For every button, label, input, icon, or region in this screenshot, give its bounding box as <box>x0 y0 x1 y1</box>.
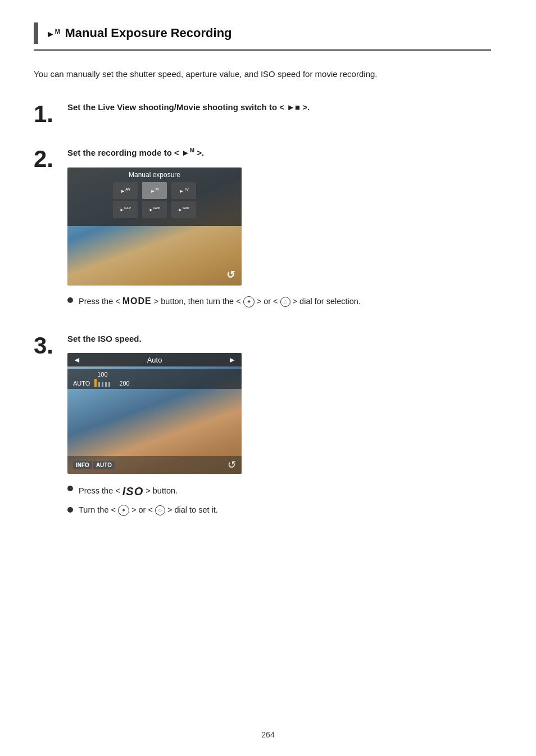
step-3-bullets: Press the < ISO > button. Turn the < ❖ >… <box>67 483 242 517</box>
mode-overlay: Manual exposure ►Av ►M <box>67 168 242 226</box>
iso-200-label: 200 <box>119 380 129 387</box>
movie-manual-mode-icon: ►M <box>46 29 62 39</box>
iso-selection-screen: ◄ Auto ► AUTO 100 <box>67 353 242 474</box>
step-1-content: Set the Live View shooting/Movie shootin… <box>67 101 491 122</box>
step-3-bullet-1: Press the < ISO > button. <box>67 483 242 500</box>
step-3-bullet-1-text: Press the < ISO > button. <box>79 483 178 500</box>
page: ►M Manual Exposure Recording You can man… <box>0 0 536 756</box>
page-title: ►M Manual Exposure Recording <box>46 26 232 40</box>
auto-badge: AUTO <box>93 461 115 469</box>
step-2-bullets: Press the < MODE > button, then turn the… <box>67 295 361 308</box>
iso-100-label: 100 <box>97 371 107 378</box>
bullet-dot <box>67 297 73 303</box>
header-accent-bar <box>34 22 38 44</box>
step-2-label: Set the recording mode to < ►M >. <box>67 146 361 160</box>
movie-switch-icon: ►■ <box>287 102 300 112</box>
mode-overlay-title: Manual exposure <box>73 171 236 179</box>
step-1: 1. Set the Live View shooting/Movie shoo… <box>34 101 491 126</box>
iso-screen-title: Auto <box>147 356 162 364</box>
or-text: or <box>264 297 271 306</box>
iso-scale-bar: AUTO 100 20 <box>67 369 242 389</box>
mode-g2p-icon: ►G2P <box>142 201 167 218</box>
iso-tick-1 <box>98 382 100 387</box>
page-header: ►M Manual Exposure Recording <box>34 22 491 51</box>
step-2-number: 2. <box>34 146 67 171</box>
step-2-content: Set the recording mode to < ►M >. Manual… <box>67 146 361 313</box>
main-dial-icon: ❖ <box>243 296 255 307</box>
back-arrow-icon: ↺ <box>226 269 235 281</box>
movie-m-icon: ►M <box>181 148 194 157</box>
step-3-bullet-2-text: Turn the < ❖ > or < ◌ > dial to set it. <box>79 504 218 517</box>
step-3: 3. Set the ISO speed. ◄ Auto ► AUTO <box>34 333 491 521</box>
mode-g1p-icon: ►G1P <box>113 201 138 218</box>
iso-right-arrow: ► <box>228 355 236 364</box>
iso-button-label: ISO <box>122 485 143 497</box>
mode-selection-screen: Manual exposure ►Av ►M <box>67 168 242 286</box>
step-1-label: Set the Live View shooting/Movie shootin… <box>67 101 491 114</box>
iso-left-arrow: ◄ <box>73 355 81 364</box>
iso-screen-back-arrow: ↺ <box>228 459 236 471</box>
page-number: 264 <box>0 730 536 739</box>
step-2-bullet-1: Press the < MODE > button, then turn the… <box>67 295 361 308</box>
iso-bottom-bar: INFO AUTO ↺ <box>67 456 242 474</box>
iso-tick-3 <box>105 382 107 387</box>
step-3-number: 3. <box>34 333 67 357</box>
bullet-dot <box>67 507 73 513</box>
step-2-bullet-1-text: Press the < MODE > button, then turn the… <box>79 295 361 308</box>
step-3-label: Set the ISO speed. <box>67 333 242 346</box>
iso-tick-2 <box>102 382 103 387</box>
mode-icons-row-2: ►G1P ►G2P ►G3P <box>73 201 236 218</box>
mode-g3p-icon: ►G3P <box>171 201 196 218</box>
mode-icons-row-1: ►Av ►M ►Tv <box>73 182 236 199</box>
mode-m-icon: ►M <box>142 182 167 199</box>
step-1-number: 1. <box>34 101 67 126</box>
quick-dial-icon: ◌ <box>280 297 290 307</box>
step-2: 2. Set the recording mode to < ►M >. Man… <box>34 146 491 313</box>
step-3-bullet-2: Turn the < ❖ > or < ◌ > dial to set it. <box>67 504 242 517</box>
iso-indicator <box>94 379 97 387</box>
mode-tv-icon: ►Tv <box>171 182 196 199</box>
step-3-content: Set the ISO speed. ◄ Auto ► AUTO <box>67 333 242 521</box>
mode-av-icon: ►Av <box>113 182 138 199</box>
intro-text: You can manually set the shutter speed, … <box>34 67 491 81</box>
bullet-dot <box>67 486 73 491</box>
iso-top-bar: ◄ Auto ► <box>67 353 242 366</box>
iso-auto-label: AUTO <box>73 380 90 387</box>
info-badge: INFO <box>73 461 92 469</box>
iso-tick-4 <box>108 382 110 387</box>
quick-dial-icon-2: ◌ <box>155 505 165 515</box>
mode-button-label: MODE <box>122 296 152 306</box>
info-auto-badges: INFO AUTO <box>73 461 115 469</box>
main-dial-icon-2: ❖ <box>118 505 129 516</box>
